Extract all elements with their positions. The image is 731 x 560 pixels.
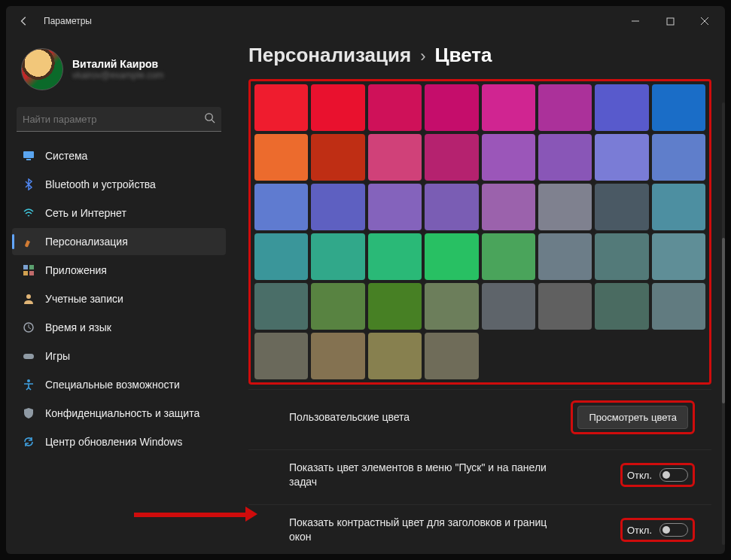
brush-icon <box>23 236 35 248</box>
titlebar: Параметры <box>6 6 725 36</box>
titlebar-title: Параметры <box>44 16 92 26</box>
sidebar-item-game[interactable]: Игры <box>12 342 226 370</box>
color-swatch[interactable] <box>595 134 648 181</box>
color-swatch[interactable] <box>311 233 364 280</box>
color-swatch[interactable] <box>254 84 308 131</box>
color-swatch[interactable] <box>368 333 422 379</box>
sidebar-item-monitor[interactable]: Система <box>12 142 226 169</box>
color-swatch[interactable] <box>368 283 422 330</box>
color-swatch[interactable] <box>311 283 364 330</box>
color-swatch[interactable] <box>538 84 592 131</box>
color-swatch[interactable] <box>425 333 478 379</box>
sidebar-item-bluetooth[interactable]: Bluetooth и устройства <box>12 171 226 198</box>
color-swatch[interactable] <box>254 134 308 181</box>
row-title-border-accent: Показать контрастный цвет для заголовков… <box>248 504 711 554</box>
sidebar-item-update[interactable]: Центр обновления Windows <box>12 428 226 455</box>
color-swatch[interactable] <box>311 333 364 379</box>
breadcrumb-current: Цвета <box>435 44 492 67</box>
color-swatch[interactable] <box>368 134 422 181</box>
color-swatch[interactable] <box>482 184 535 230</box>
color-swatch[interactable] <box>425 184 478 230</box>
toggle-state-text: Откл. <box>627 525 652 536</box>
color-swatch[interactable] <box>482 134 535 181</box>
color-swatch[interactable] <box>254 283 308 330</box>
user-icon <box>23 293 35 305</box>
svg-point-2 <box>206 113 212 120</box>
profile-block[interactable]: Виталий Каиров vkairov@example.com <box>12 41 226 104</box>
color-swatch[interactable] <box>538 283 592 330</box>
color-swatch[interactable] <box>254 333 308 379</box>
color-swatch[interactable] <box>652 233 705 280</box>
color-swatch[interactable] <box>538 184 592 230</box>
close-button[interactable] <box>687 6 722 36</box>
scrollbar-thumb[interactable] <box>722 238 725 403</box>
color-swatch[interactable] <box>311 184 364 230</box>
color-swatch[interactable] <box>311 84 364 131</box>
apps-icon <box>23 264 35 276</box>
row-label: Показать цвет элементов в меню "Пуск" и … <box>289 461 560 489</box>
view-colors-button[interactable]: Просмотреть цвета <box>577 406 688 429</box>
sidebar: Виталий Каиров vkairov@example.com Систе… <box>6 36 232 554</box>
sidebar-item-user[interactable]: Учетные записи <box>12 285 226 312</box>
sidebar-item-clock[interactable]: Время и язык <box>12 314 226 341</box>
minimize-button[interactable] <box>618 6 653 36</box>
toggle-title-accent[interactable] <box>659 523 688 537</box>
search-box[interactable] <box>17 107 221 132</box>
sidebar-item-brush[interactable]: Персонализация <box>12 228 226 255</box>
color-swatch[interactable] <box>482 283 535 330</box>
color-swatch[interactable] <box>482 233 535 280</box>
clock-icon <box>23 321 35 333</box>
sidebar-item-access[interactable]: Специальные возможности <box>12 371 226 398</box>
content-area: Виталий Каиров vkairov@example.com Систе… <box>6 36 725 554</box>
color-swatch[interactable] <box>254 184 308 230</box>
close-icon <box>700 17 709 26</box>
color-grid <box>251 81 709 382</box>
color-swatch[interactable] <box>538 233 592 280</box>
color-swatch[interactable] <box>652 184 705 230</box>
monitor-icon <box>23 150 35 162</box>
color-swatch[interactable] <box>482 84 535 131</box>
back-button[interactable] <box>9 6 39 36</box>
sidebar-item-wifi[interactable]: Сеть и Интернет <box>12 199 226 227</box>
color-swatch[interactable] <box>311 134 364 181</box>
color-swatch[interactable] <box>425 134 478 181</box>
color-swatch[interactable] <box>652 84 705 131</box>
color-swatch[interactable] <box>595 84 648 131</box>
color-swatch[interactable] <box>368 84 422 131</box>
row-label: Пользовательские цвета <box>289 410 410 425</box>
toggle-start-accent[interactable] <box>659 468 688 482</box>
color-swatch[interactable] <box>538 134 592 181</box>
color-swatch[interactable] <box>652 283 705 330</box>
color-swatch[interactable] <box>595 283 648 330</box>
highlight-toggle-start: Откл. <box>620 463 695 487</box>
sidebar-item-label: Приложения <box>45 264 107 276</box>
sidebar-item-shield[interactable]: Конфиденциальность и защита <box>12 400 226 427</box>
chevron-right-icon: › <box>420 47 425 66</box>
svg-rect-1 <box>667 18 674 25</box>
settings-window: Параметры Виталий Каиров vkairov@example… <box>6 6 725 554</box>
color-swatch[interactable] <box>425 283 478 330</box>
svg-line-3 <box>212 120 215 123</box>
row-custom-colors: Пользовательские цвета Просмотреть цвета <box>248 389 711 445</box>
breadcrumb-root[interactable]: Персонализация <box>248 44 411 67</box>
color-swatch[interactable] <box>652 134 705 181</box>
color-swatch[interactable] <box>425 233 478 280</box>
color-swatch[interactable] <box>368 184 422 230</box>
color-swatch[interactable] <box>425 84 478 131</box>
sidebar-item-apps[interactable]: Приложения <box>12 257 226 284</box>
sidebar-item-label: Сеть и Интернет <box>45 207 126 219</box>
bluetooth-icon <box>23 178 35 190</box>
sidebar-item-label: Bluetooth и устройства <box>45 178 156 190</box>
game-icon <box>23 350 35 362</box>
avatar <box>21 48 63 90</box>
color-swatch[interactable] <box>254 233 308 280</box>
color-swatch[interactable] <box>595 233 648 280</box>
maximize-button[interactable] <box>653 6 687 36</box>
profile-name: Виталий Каиров <box>72 58 164 70</box>
color-swatch[interactable] <box>368 233 422 280</box>
profile-email: vkairov@example.com <box>72 70 164 81</box>
color-swatch[interactable] <box>595 184 648 230</box>
scrollbar[interactable] <box>722 102 725 545</box>
row-label: Показать контрастный цвет для заголовков… <box>289 516 560 544</box>
search-input[interactable] <box>23 114 204 125</box>
